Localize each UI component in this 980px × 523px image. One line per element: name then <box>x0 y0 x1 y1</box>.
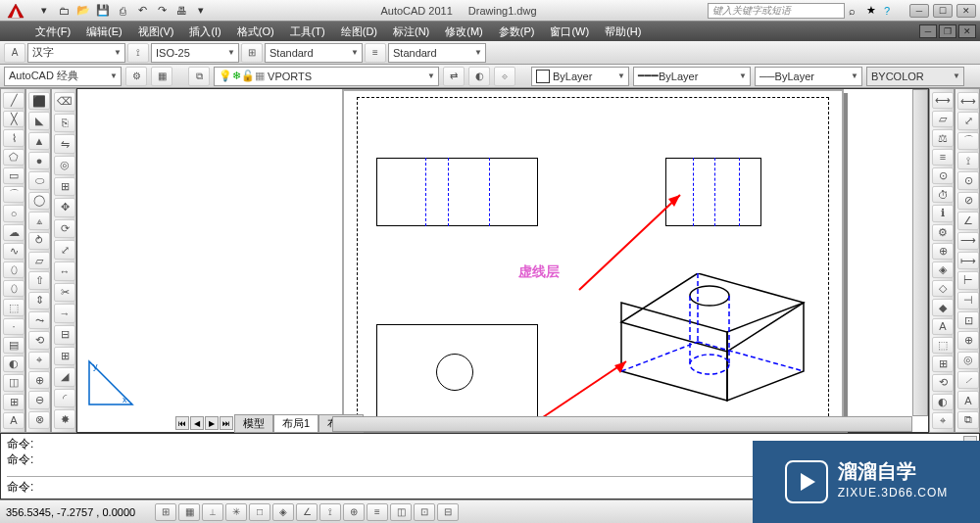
dimdia-icon[interactable]: ⊘ <box>957 192 979 210</box>
chamfer-tool-icon[interactable]: ◢ <box>54 367 75 387</box>
point-tool-icon[interactable]: · <box>3 318 24 335</box>
tab-nav-next-icon[interactable]: ▶ <box>205 416 219 430</box>
grid-toggle-icon[interactable]: ▦ <box>178 503 200 521</box>
intersect-tool-icon[interactable]: ⊗ <box>28 411 50 429</box>
menu-draw[interactable]: 绘图(D) <box>333 23 385 41</box>
qat-print-icon[interactable]: 🖶 <box>172 2 190 20</box>
union-tool-icon[interactable]: ⊕ <box>28 371 50 389</box>
table-tool-icon[interactable]: ⊞ <box>3 394 24 410</box>
mirror-tool-icon[interactable]: ⇋ <box>54 134 75 154</box>
fillet-tool-icon[interactable]: ◜ <box>54 389 75 408</box>
spline-tool-icon[interactable]: ∿ <box>3 243 24 260</box>
mlstyle-icon[interactable]: ≡ <box>365 43 386 63</box>
dimspace-icon[interactable]: ⊢ <box>957 271 979 289</box>
dist-tool-icon[interactable]: ⟷ <box>932 92 954 109</box>
torus-tool-icon[interactable]: ◯ <box>28 192 50 210</box>
gradient-tool-icon[interactable]: ◐ <box>3 356 24 372</box>
qat-open-icon[interactable]: 📂 <box>74 2 92 20</box>
hscrollbar[interactable] <box>332 416 912 432</box>
t2-icon[interactable]: ◇ <box>932 280 954 297</box>
presspull-tool-icon[interactable]: ⇕ <box>28 292 50 309</box>
list-tool-icon[interactable]: ≡ <box>932 149 954 166</box>
mdi-restore-button[interactable]: ❐ <box>939 24 956 38</box>
explode-tool-icon[interactable]: ✸ <box>54 409 75 429</box>
3dosnap-toggle-icon[interactable]: ◈ <box>272 503 294 521</box>
ellipse-tool-icon[interactable]: ⬯ <box>3 262 24 278</box>
menu-dim[interactable]: 标注(N) <box>385 23 437 41</box>
setvar-tool-icon[interactable]: ⚙ <box>932 224 954 241</box>
copy-tool-icon[interactable]: ⎘ <box>54 114 75 133</box>
tablestyle-combo[interactable]: Standard <box>265 43 363 63</box>
extrude-tool-icon[interactable]: ⇧ <box>28 271 50 289</box>
region-tool-icon[interactable]: ◫ <box>3 374 24 391</box>
ducs-toggle-icon[interactable]: ⟟ <box>319 503 341 521</box>
qat-redo-icon[interactable]: ↷ <box>153 2 171 20</box>
qat-more-icon[interactable]: ▾ <box>192 2 210 20</box>
menu-param[interactable]: 参数(P) <box>491 23 543 41</box>
mdi-min-button[interactable]: ─ <box>919 24 937 38</box>
otrack-toggle-icon[interactable]: ∠ <box>296 503 318 521</box>
dimcen-icon[interactable]: ⊕ <box>957 331 979 349</box>
color-combo[interactable]: ByLayer <box>531 67 629 86</box>
cone-tool-icon[interactable]: ▲ <box>28 132 50 150</box>
t3-icon[interactable]: ◆ <box>932 299 954 315</box>
minimize-button[interactable]: ─ <box>909 4 929 18</box>
planar-tool-icon[interactable]: ▱ <box>28 252 50 269</box>
drawing-canvas[interactable]: 虚线层 x y ⏮ ◀ ▶ ⏭ 模型 布局1 布局2 <box>76 88 929 433</box>
maximize-button[interactable]: ☐ <box>933 4 953 18</box>
tpy-toggle-icon[interactable]: ◫ <box>390 503 412 521</box>
break-tool-icon[interactable]: ⊟ <box>54 325 75 345</box>
textstyle-combo[interactable]: 汉字 <box>27 43 125 63</box>
menu-file[interactable]: 文件(F) <box>27 23 78 41</box>
layer-states-icon[interactable]: ⇄ <box>443 67 465 86</box>
dimlin-icon[interactable]: ⟷ <box>957 92 979 110</box>
coordinates[interactable]: 356.5345, -7.2757 , 0.0000 <box>6 506 153 518</box>
xline-tool-icon[interactable]: ╳ <box>3 111 24 127</box>
dimang-icon[interactable]: ∠ <box>957 212 979 229</box>
dimarc-icon[interactable]: ⌒ <box>957 132 979 150</box>
lwt-toggle-icon[interactable]: ≡ <box>367 503 388 521</box>
app-icon[interactable] <box>4 2 31 20</box>
workspace-gear-icon[interactable]: ⚙ <box>125 67 147 86</box>
tab-nav-first-icon[interactable]: ⏮ <box>175 416 189 430</box>
loft-tool-icon[interactable]: ⌖ <box>28 352 50 369</box>
tab-nav-last-icon[interactable]: ⏭ <box>220 416 233 430</box>
mtext-tool-icon[interactable]: A <box>3 412 24 429</box>
sc-toggle-icon[interactable]: ⊟ <box>437 503 459 521</box>
dyn-toggle-icon[interactable]: ⊕ <box>343 503 365 521</box>
line-tool-icon[interactable]: ╱ <box>3 92 24 109</box>
menu-tools[interactable]: 工具(T) <box>282 23 333 41</box>
dimbase-icon[interactable]: ⟼ <box>957 252 979 269</box>
subtract-tool-icon[interactable]: ⊖ <box>28 391 50 408</box>
t8-icon[interactable]: ◐ <box>932 394 954 410</box>
lineweight-combo[interactable]: ── ByLayer <box>755 67 862 86</box>
ellipsearc-tool-icon[interactable]: ⬯ <box>3 280 24 297</box>
circle-tool-icon[interactable]: ○ <box>3 205 24 221</box>
menu-insert[interactable]: 插入(I) <box>181 23 228 41</box>
rotate-tool-icon[interactable]: ⟳ <box>54 219 75 239</box>
rect-tool-icon[interactable]: ▭ <box>3 167 24 184</box>
menu-modify[interactable]: 修改(M) <box>437 23 491 41</box>
polar-toggle-icon[interactable]: ✳ <box>225 503 247 521</box>
offset-tool-icon[interactable]: ◎ <box>54 156 75 175</box>
dimrad-icon[interactable]: ⊙ <box>957 171 979 189</box>
t6-icon[interactable]: ⊞ <box>932 356 954 372</box>
diminsp-icon[interactable]: ◎ <box>957 352 979 369</box>
cylinder-tool-icon[interactable]: ⬭ <box>28 171 50 189</box>
close-button[interactable]: ✕ <box>956 4 976 18</box>
tablestyle-icon[interactable]: ⊞ <box>241 43 263 63</box>
menu-view[interactable]: 视图(V) <box>130 23 182 41</box>
trim-tool-icon[interactable]: ✂ <box>54 283 75 303</box>
vscrollbar[interactable] <box>912 89 928 416</box>
qp-toggle-icon[interactable]: ⊡ <box>414 503 435 521</box>
revcloud-tool-icon[interactable]: ☁ <box>3 224 24 241</box>
t1-icon[interactable]: ◈ <box>932 262 954 278</box>
erase-tool-icon[interactable]: ⌫ <box>54 92 75 112</box>
qat-folder-icon[interactable]: 🗀 <box>55 2 73 20</box>
extend-tool-icon[interactable]: → <box>54 304 75 323</box>
ortho-toggle-icon[interactable]: ⟂ <box>202 503 223 521</box>
array-tool-icon[interactable]: ⊞ <box>54 177 75 197</box>
dimbreak-icon[interactable]: ⊣ <box>957 292 979 309</box>
search-button-icon[interactable]: ⌕ <box>849 5 866 17</box>
dimjog-icon[interactable]: ⟋ <box>957 371 979 389</box>
